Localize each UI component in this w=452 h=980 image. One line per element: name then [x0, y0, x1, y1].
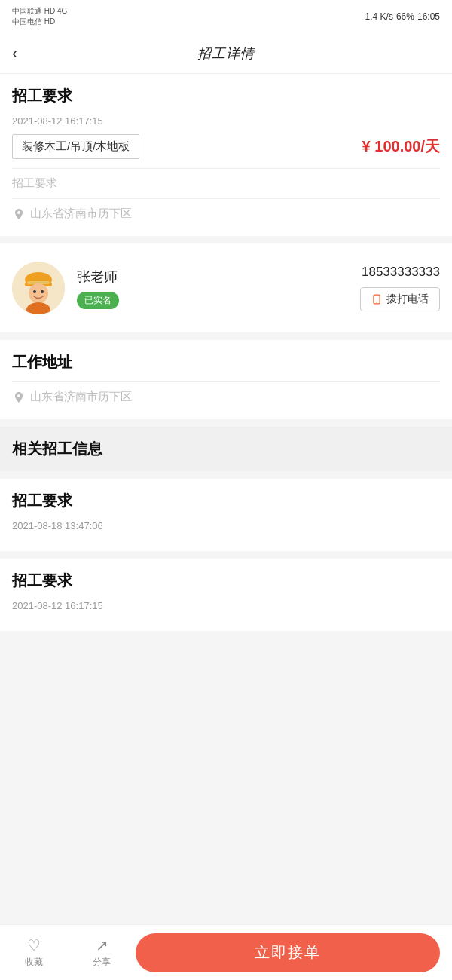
- cta-button[interactable]: 立即接单: [136, 933, 440, 972]
- divider-2: [12, 198, 440, 199]
- share-icon: ↗: [96, 936, 108, 954]
- contact-info: 张老师 已实名: [77, 268, 348, 309]
- related-item-2-date: 2021-08-12 16:17:15: [12, 600, 440, 611]
- time-display: 16:05: [417, 11, 440, 22]
- phone-number: 18533333333: [360, 265, 440, 280]
- wifi-info: 1.4 K/s: [365, 11, 393, 22]
- job-section-title: 招工要求: [12, 86, 440, 106]
- post-date: 2021-08-12 16:17:15: [12, 115, 440, 127]
- svg-point-6: [41, 290, 44, 293]
- related-item-1[interactable]: 招工要求 2021-08-18 13:47:06: [0, 479, 452, 551]
- divider-1: [12, 168, 440, 169]
- contact-section: 张老师 已实名 18533333333 拨打电话: [0, 243, 452, 332]
- carrier-info: 中国联通 HD 4G 中国电信 HD: [12, 6, 67, 27]
- page-title: 招工详情: [197, 44, 255, 63]
- job-detail-section: 招工要求 2021-08-12 16:17:15 装修木工/吊顶/木地板 ¥ 1…: [0, 74, 452, 236]
- verified-badge: 已实名: [77, 292, 119, 309]
- requirement-label: 招工要求: [12, 176, 440, 191]
- related-title: 相关招工信息: [12, 439, 440, 459]
- job-location-text: 山东省济南市历下区: [30, 207, 132, 221]
- favorite-button[interactable]: ♡ 收藏: [0, 936, 68, 969]
- call-button[interactable]: 拨打电话: [360, 287, 440, 311]
- work-location-text: 山东省济南市历下区: [30, 390, 132, 404]
- related-item-2-title: 招工要求: [12, 571, 440, 591]
- contact-row: 张老师 已实名 18533333333 拨打电话: [12, 256, 440, 320]
- related-item-2[interactable]: 招工要求 2021-08-12 16:17:15: [0, 559, 452, 631]
- job-tag: 装修木工/吊顶/木地板: [12, 134, 139, 159]
- svg-point-9: [376, 302, 377, 303]
- favorite-icon: ♡: [27, 936, 41, 954]
- divider-3: [12, 381, 440, 382]
- work-location-row: 山东省济南市历下区: [12, 390, 440, 404]
- svg-point-5: [33, 290, 36, 293]
- work-location-icon: [12, 390, 26, 404]
- work-address-title: 工作地址: [12, 352, 440, 372]
- cta-label: 立即接单: [255, 942, 321, 963]
- svg-point-4: [29, 283, 48, 303]
- favorite-label: 收藏: [25, 956, 43, 969]
- status-bar: 中国联通 HD 4G 中国电信 HD 1.4 K/s 66% 16:05: [0, 0, 452, 33]
- battery-info: 66%: [396, 11, 414, 22]
- related-item-1-date: 2021-08-18 13:47:06: [12, 520, 440, 531]
- related-section-header: 相关招工信息: [0, 427, 452, 471]
- job-info-row: 装修木工/吊顶/木地板 ¥ 100.00/天: [12, 134, 440, 159]
- back-button[interactable]: ‹: [12, 44, 17, 63]
- status-right: 1.4 K/s 66% 16:05: [365, 11, 440, 22]
- work-address-section: 工作地址 山东省济南市历下区: [0, 340, 452, 419]
- job-price: ¥ 100.00/天: [362, 136, 440, 157]
- page-header: ‹ 招工详情: [0, 33, 452, 74]
- call-label: 拨打电话: [386, 292, 429, 306]
- related-item-1-title: 招工要求: [12, 491, 440, 511]
- location-icon: [12, 207, 26, 221]
- contact-phone-block: 18533333333 拨打电话: [360, 265, 440, 311]
- bottom-bar: ♡ 收藏 ↗ 分享 立即接单: [0, 924, 452, 980]
- avatar: [12, 262, 65, 314]
- share-button[interactable]: ↗ 分享: [68, 936, 136, 969]
- contact-name: 张老师: [77, 268, 348, 286]
- share-label: 分享: [93, 956, 111, 969]
- job-location-row: 山东省济南市历下区: [12, 207, 440, 221]
